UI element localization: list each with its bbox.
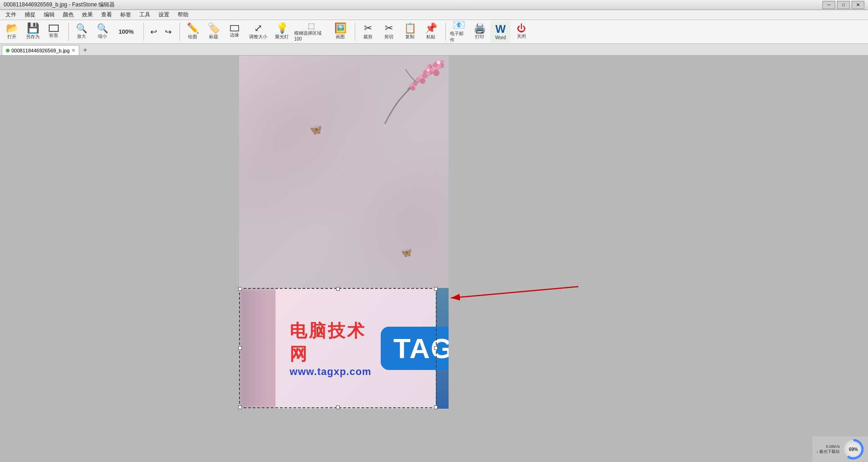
toolbar-sep-2	[143, 23, 144, 41]
copy-label: 复制	[405, 34, 414, 40]
menu-effect[interactable]: 效果	[78, 10, 97, 20]
spotlight-button[interactable]: 💡 聚光灯	[272, 21, 292, 42]
spotlight-icon: 💡	[276, 23, 288, 33]
cpu-indicator: 69%	[842, 438, 864, 460]
image-container: 🦋 🦋 电脑技术网 www.tagxp.com TAG	[239, 56, 449, 462]
svg-point-8	[416, 77, 420, 82]
zoom-in-label: 放大	[77, 33, 86, 40]
download-speed: 0.08K/s	[816, 444, 840, 449]
tab-close-button[interactable]: ✕	[71, 48, 75, 53]
svg-point-7	[420, 78, 425, 84]
svg-point-11	[411, 86, 415, 91]
email-icon: 📧	[453, 20, 465, 30]
undo-icon: ↩	[150, 27, 157, 37]
paste-icon: 📌	[425, 23, 437, 33]
minimize-button[interactable]: ─	[822, 1, 835, 9]
email-button[interactable]: 📧 电子邮件	[449, 21, 469, 42]
spotlight-label: 聚光灯	[275, 34, 289, 40]
toolbar-group-draw: ✏️ 绘图 🏷️ 标题 边缘 ⤢ 调整大小 💡 聚光灯 ⬚ 模糊选择区域100 …	[183, 21, 350, 42]
rect-icon	[49, 25, 59, 32]
toolbar-group-share: 📧 电子邮件 🖨️ 打印 W Word ⏻ 关闭	[449, 21, 531, 42]
crop-button[interactable]: ✂ 裁剪	[358, 21, 378, 42]
menu-view[interactable]: 查看	[97, 10, 116, 20]
power-icon: ⏻	[517, 24, 526, 33]
save-label: 另存为	[26, 34, 40, 40]
cut-label: 剪切	[384, 34, 393, 40]
draw-icon: ✏️	[187, 23, 199, 33]
canvas-area: 🦋 🦋 电脑技术网 www.tagxp.com TAG	[0, 56, 868, 462]
undo-button[interactable]: ↩	[147, 21, 160, 42]
word-label: Word	[495, 35, 506, 40]
canvas-button[interactable]: 🖼️ 画图	[330, 21, 350, 42]
app-close-button[interactable]: ⏻ 关闭	[511, 21, 531, 42]
zoom-out-icon: 🔍	[97, 24, 108, 33]
toolbar-group-clipboard: ✂ 裁剪 ✂ 剪切 📋 复制 📌 粘贴	[358, 21, 441, 42]
menu-edit[interactable]: 编辑	[40, 10, 58, 20]
redo-icon: ↪	[165, 27, 172, 37]
tab-label: 0008118446926569_b.jpg	[11, 48, 70, 53]
zoom-in-icon: 🔍	[76, 24, 87, 33]
mark-button[interactable]: 🏷️ 标题	[204, 21, 224, 42]
paste-label: 粘贴	[426, 34, 435, 40]
menu-settings[interactable]: 设置	[155, 10, 173, 20]
border-icon	[230, 25, 239, 31]
image-bottom: 电脑技术网 www.tagxp.com TAG	[239, 288, 449, 409]
zoom-out-button[interactable]: 🔍 缩小	[92, 21, 112, 42]
open-button[interactable]: 📂 打开	[2, 21, 22, 42]
cut-button[interactable]: ✂ 剪切	[379, 21, 399, 42]
canvas-label: 画图	[336, 34, 345, 40]
status-bar: 0.08K/s ↓ 极光下载站 69%	[812, 436, 868, 462]
word-button[interactable]: W Word	[490, 21, 511, 42]
butterfly-2: 🦋	[401, 247, 412, 258]
blur-select-button[interactable]: ⬚ 模糊选择区域100	[293, 21, 329, 42]
menu-tag[interactable]: 标签	[117, 10, 135, 20]
resize-label: 调整大小	[249, 34, 267, 40]
save-as-button[interactable]: 💾 另存为	[23, 21, 43, 42]
menu-color[interactable]: 颜色	[59, 10, 77, 20]
border-button[interactable]: 边缘	[225, 21, 245, 42]
toolbar: 📂 打开 💾 另存为 矩形 🔍 放大 🔍 缩小 100% ↩ ↪	[0, 20, 868, 44]
menu-help[interactable]: 帮助	[174, 10, 192, 20]
menu-capture[interactable]: 捕捉	[21, 10, 39, 20]
menu-file[interactable]: 文件	[2, 10, 20, 20]
rect-label: 矩形	[49, 32, 58, 39]
zoom-out-label: 缩小	[98, 33, 107, 40]
svg-point-10	[413, 82, 418, 86]
paste-button[interactable]: 📌 粘贴	[421, 21, 441, 42]
butterfly-1: 🦋	[310, 124, 322, 136]
zoom-value: 100%	[118, 28, 133, 35]
border-label: 边缘	[230, 32, 239, 38]
redo-button[interactable]: ↪	[161, 21, 175, 42]
close-button[interactable]: ✕	[852, 1, 864, 9]
window-controls: ─ □ ✕	[822, 1, 864, 9]
image-top: 🦋 🦋	[239, 56, 449, 288]
zoom-in-button[interactable]: 🔍 放大	[71, 21, 92, 42]
tag-badge: TAG	[381, 327, 449, 370]
svg-point-2	[433, 70, 439, 76]
watermark-url-text: www.tagxp.com	[290, 366, 372, 378]
maximize-button[interactable]: □	[837, 1, 850, 9]
save-icon: 💾	[27, 23, 39, 33]
toolbar-group-file: 📂 打开 💾 另存为 矩形	[2, 21, 64, 42]
new-tab-button[interactable]: +	[80, 45, 90, 55]
menu-bar: 文件 捕捉 编辑 颜色 效果 查看 标签 工具 设置 帮助	[0, 10, 868, 20]
print-button[interactable]: 🖨️ 打印	[470, 21, 490, 42]
resize-button[interactable]: ⤢ 调整大小	[245, 21, 271, 42]
open-label: 打开	[7, 34, 16, 40]
open-icon: 📂	[6, 23, 18, 33]
menu-tool[interactable]: 工具	[136, 10, 154, 20]
rect-button[interactable]: 矩形	[44, 21, 64, 42]
mark-label: 标题	[209, 34, 218, 40]
title-bar: 0008118446926569_b.jpg - FastStone 编辑器 ─…	[0, 0, 868, 10]
print-label: 打印	[475, 34, 484, 40]
svg-point-23	[427, 69, 429, 72]
toolbar-sep-4	[355, 23, 355, 41]
red-arrow	[437, 280, 578, 303]
copy-button[interactable]: 📋 复制	[400, 21, 420, 42]
draw-button[interactable]: ✏️ 绘图	[183, 21, 203, 42]
crop-icon: ✂	[364, 23, 372, 33]
draw-label: 绘图	[188, 34, 197, 40]
download-label: ↓ 极光下载站	[816, 449, 840, 455]
tab-image[interactable]: 0008118446926569_b.jpg ✕	[2, 45, 79, 55]
print-icon: 🖨️	[474, 23, 486, 33]
